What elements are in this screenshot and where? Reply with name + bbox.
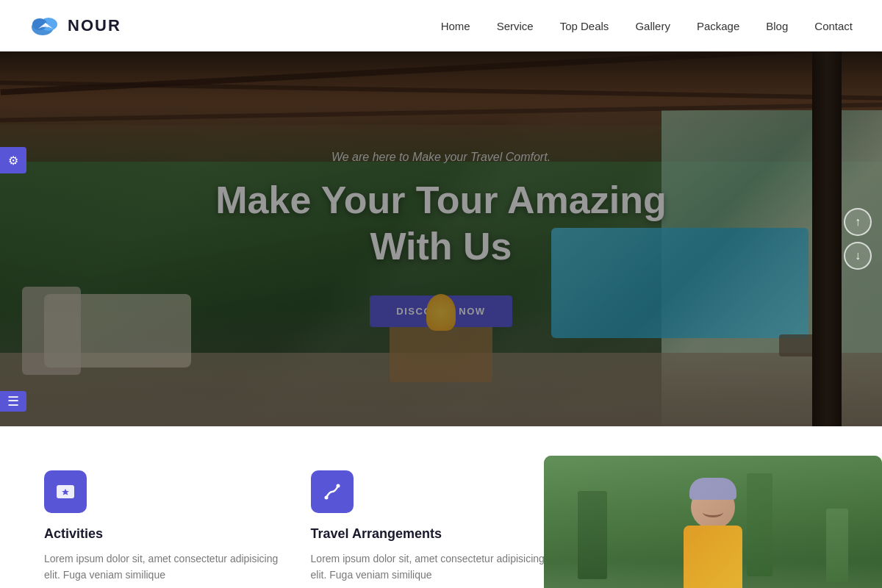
hero-nav-arrows: ↑ ↓ [844, 208, 872, 270]
logo-icon [29, 14, 60, 37]
activities-icon-wrap [44, 470, 87, 513]
settings-button[interactable]: ⚙ [0, 147, 26, 173]
features-section: Activities Lorem ipsum dolor sit, amet c… [0, 426, 882, 588]
nav-home[interactable]: Home [441, 20, 470, 32]
feature-activities: Activities Lorem ipsum dolor sit, amet c… [44, 470, 311, 588]
activities-title: Activities [44, 526, 282, 542]
travel-icon [322, 481, 343, 502]
toggle-button[interactable]: ☰ [0, 391, 26, 412]
nav-blog[interactable]: Blog [766, 20, 788, 32]
travel-text: Lorem ipsum dolor sit, amet consectetur … [311, 551, 548, 584]
arrow-up-icon: ↑ [855, 215, 861, 229]
travel-icon-wrap [311, 470, 354, 513]
featured-photo-col [577, 470, 838, 588]
nav-top-deals[interactable]: Top Deals [560, 20, 609, 32]
hero-background [0, 51, 882, 426]
featured-photo [544, 456, 882, 588]
main-nav: Home Service Top Deals Gallery Package B… [441, 20, 853, 32]
nav-gallery[interactable]: Gallery [635, 20, 670, 32]
arrow-down-icon: ↓ [855, 249, 861, 262]
activities-icon [55, 481, 76, 502]
activities-text: Lorem ipsum dolor sit, amet consectetur … [44, 551, 282, 584]
next-slide-button[interactable]: ↓ [844, 242, 872, 270]
svg-point-4 [324, 496, 328, 500]
prev-slide-button[interactable]: ↑ [844, 208, 872, 236]
feature-travel: Travel Arrangements Lorem ipsum dolor si… [311, 470, 578, 588]
gear-icon: ⚙ [8, 154, 18, 168]
nav-package[interactable]: Package [697, 20, 739, 32]
travel-title: Travel Arrangements [311, 526, 548, 542]
logo-text: NOUR [68, 16, 121, 35]
site-header: NOUR Home Service Top Deals Gallery Pack… [0, 0, 882, 51]
menu-icon: ☰ [7, 395, 19, 408]
nav-service[interactable]: Service [497, 20, 534, 32]
logo[interactable]: NOUR [29, 14, 121, 37]
nav-contact[interactable]: Contact [814, 20, 853, 32]
svg-point-5 [336, 484, 340, 488]
hero-section: ⚙ ☰ We are here to Make your Travel Comf… [0, 51, 882, 426]
